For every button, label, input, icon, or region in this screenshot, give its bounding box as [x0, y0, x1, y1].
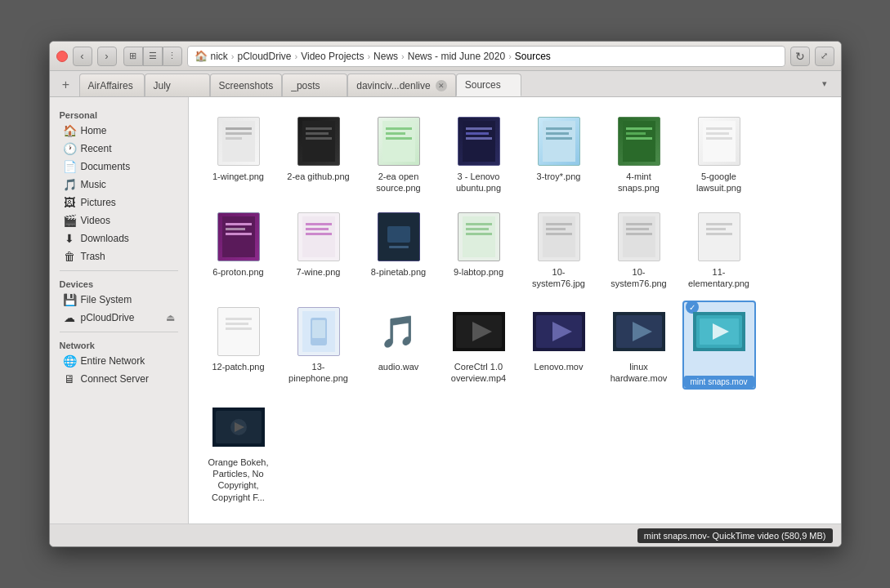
file-name-6proton: 6-proton.png	[212, 266, 263, 278]
sidebar-item-pictures[interactable]: 🖼 Pictures	[53, 194, 185, 212]
back-button[interactable]: ‹	[73, 47, 92, 66]
file-item-10system76png[interactable]: 10-system76.png	[602, 206, 676, 295]
downloads-icon: ⬇	[63, 232, 76, 245]
breadcrumb-pcloud[interactable]: pCloudDrive	[238, 51, 292, 62]
svg-rect-51	[703, 216, 736, 257]
svg-rect-19	[546, 137, 572, 140]
sidebar-item-connectserver[interactable]: 🖥 Connect Server	[53, 370, 185, 388]
file-thumb-10system76png	[613, 211, 665, 263]
file-item-3lenovo[interactable]: 3 - Lenovo ubuntu.png	[442, 110, 516, 199]
sidebar-pcloud-label: pCloudDrive	[81, 312, 135, 323]
file-item-orange[interactable]: Orange Bokeh, Particles, No Copyright, C…	[202, 396, 275, 508]
tab-posts[interactable]: _posts	[282, 74, 347, 96]
tab-history-button[interactable]: ▾	[815, 74, 834, 93]
file-area[interactable]: 1-winget.png 2-ea github.png	[189, 97, 841, 523]
svg-rect-12	[463, 121, 495, 162]
sidebar-server-label: Connect Server	[81, 373, 149, 385]
sidebar-item-trash[interactable]: 🗑 Trash	[53, 247, 185, 265]
tab-july[interactable]: July	[145, 74, 210, 96]
file-item-6proton[interactable]: 6-proton.png	[202, 206, 275, 295]
svg-rect-17	[546, 127, 572, 130]
compact-view-button[interactable]: ⋮	[163, 47, 182, 66]
file-thumb-1winget	[212, 115, 265, 167]
breadcrumb-videoprojects[interactable]: Video Projects	[301, 51, 364, 62]
list-view-button[interactable]: ☰	[143, 47, 163, 66]
view-buttons: ⊞ ☰ ⋮	[123, 47, 182, 66]
svg-rect-24	[703, 121, 736, 162]
file-item-7wine[interactable]: 7-wine.png	[282, 206, 356, 295]
svg-rect-31	[226, 233, 252, 235]
status-tooltip: mint snaps.mov- QuickTime video (580,9 M…	[637, 528, 833, 543]
file-item-5google[interactable]: 5-google lawsuit.png	[682, 110, 756, 199]
svg-rect-2	[226, 132, 252, 135]
breadcrumb-news[interactable]: News	[373, 51, 398, 62]
videos-icon: 🎬	[63, 214, 76, 227]
tab-davinci-close[interactable]: ✕	[436, 80, 447, 91]
refresh-button[interactable]: ↻	[790, 47, 810, 66]
file-item-linuxhw[interactable]: linux hardware.mov	[602, 301, 676, 390]
sidebar-section-devices: Devices 💾 File System ☁ pCloudDrive ⏏	[50, 276, 188, 327]
devices-section-title: Devices	[50, 276, 188, 291]
maximize-button[interactable]: ⤢	[815, 47, 834, 66]
svg-rect-57	[226, 323, 248, 325]
svg-rect-14	[466, 132, 489, 135]
file-item-1winget[interactable]: 1-winget.png	[202, 110, 275, 199]
sidebar-item-videos[interactable]: 🎬 Videos	[53, 212, 185, 229]
file-thumb-2opensource	[373, 115, 425, 167]
new-tab-button[interactable]: +	[56, 75, 76, 95]
svg-rect-49	[626, 228, 649, 230]
breadcrumb-sep-1: ›	[231, 51, 235, 61]
forward-button[interactable]: ›	[97, 47, 117, 66]
close-button[interactable]	[56, 51, 68, 62]
file-name-2opensource: 2-ea open source.png	[366, 171, 432, 194]
sidebar-documents-label: Documents	[81, 161, 131, 172]
sidebar-item-filesystem[interactable]: 💾 File System	[53, 291, 185, 309]
sidebar-item-recent[interactable]: 🕐 Recent	[53, 140, 185, 158]
file-item-corectrl[interactable]: CoreCtrl 1.0 overview.mp4	[442, 301, 516, 390]
file-item-9labtop[interactable]: 9-labtop.png	[442, 206, 516, 295]
sidebar-item-documents[interactable]: 📄 Documents	[53, 158, 185, 176]
file-item-3troy[interactable]: 3-troy*.png	[522, 110, 596, 199]
sidebar-item-downloads[interactable]: ⬇ Downloads	[53, 229, 185, 247]
svg-rect-61	[312, 320, 325, 338]
sidebar-item-pcloud[interactable]: ☁ pCloudDrive ⏏	[53, 309, 185, 327]
file-item-mintsnaps[interactable]: ✓ mint snaps.mov mint snaps.mov	[682, 301, 756, 390]
sidebar-filesystem-label: File System	[81, 294, 132, 305]
sidebar-item-entirenetwork[interactable]: 🌐 Entire Network	[53, 352, 185, 370]
breadcrumb-newsmid[interactable]: News - mid June 2020	[408, 51, 505, 62]
file-item-audio[interactable]: 🎵 audio.wav	[362, 301, 436, 390]
sidebar-item-music[interactable]: 🎵 Music	[53, 176, 185, 194]
tab-sources[interactable]: Sources	[456, 74, 521, 96]
file-item-12patch[interactable]: 12-patch.png	[202, 301, 275, 390]
file-item-13pinephone[interactable]: 13-pinephone.png	[282, 301, 356, 390]
file-name-5google: 5-google lawsuit.png	[687, 171, 752, 194]
svg-rect-32	[302, 216, 335, 257]
svg-rect-26	[706, 132, 729, 135]
breadcrumb-sources[interactable]: Sources	[515, 51, 551, 62]
grid-view-button[interactable]: ⊞	[123, 47, 143, 66]
titlebar: ‹ › ⊞ ☰ ⋮ 🏠 nick › pCloudDrive › Video P…	[50, 42, 841, 71]
file-name-11elementary: 11-elementary.png	[687, 266, 752, 290]
file-name-10system76jpg: 10-system76.jpg	[526, 266, 592, 290]
statusbar: mint snaps.mov- QuickTime video (580,9 M…	[50, 523, 841, 546]
sidebar-pictures-label: Pictures	[81, 197, 116, 208]
svg-rect-55	[222, 311, 255, 352]
tab-airaffaires[interactable]: AirAffaires	[79, 74, 145, 96]
breadcrumb-nick[interactable]: nick	[211, 51, 228, 62]
file-item-2eagithub[interactable]: 2-ea github.png	[282, 110, 356, 199]
svg-rect-22	[626, 132, 646, 135]
file-item-8pinetab[interactable]: 8-pinetab.png	[362, 206, 436, 295]
file-item-10system76jpg[interactable]: 10-system76.jpg	[522, 206, 596, 295]
sidebar-item-home[interactable]: 🏠 Home	[53, 122, 185, 140]
tab-davinci[interactable]: davinciv...denlive ✕	[347, 74, 456, 96]
svg-rect-15	[466, 137, 492, 140]
file-item-lenovomov[interactable]: Lenovo.mov	[522, 301, 596, 390]
file-name-9labtop: 9-labtop.png	[454, 266, 503, 278]
file-thumb-2eagithub	[293, 115, 345, 167]
file-item-2opensource[interactable]: 2-ea open source.png	[362, 110, 436, 199]
file-item-4mintsnaps[interactable]: 4-mint snaps.png	[602, 110, 676, 199]
file-item-11elementary[interactable]: 11-elementary.png	[682, 206, 756, 295]
svg-rect-45	[546, 228, 566, 230]
eject-icon[interactable]: ⏏	[166, 312, 175, 323]
tab-screenshots[interactable]: Screenshots	[210, 74, 283, 96]
